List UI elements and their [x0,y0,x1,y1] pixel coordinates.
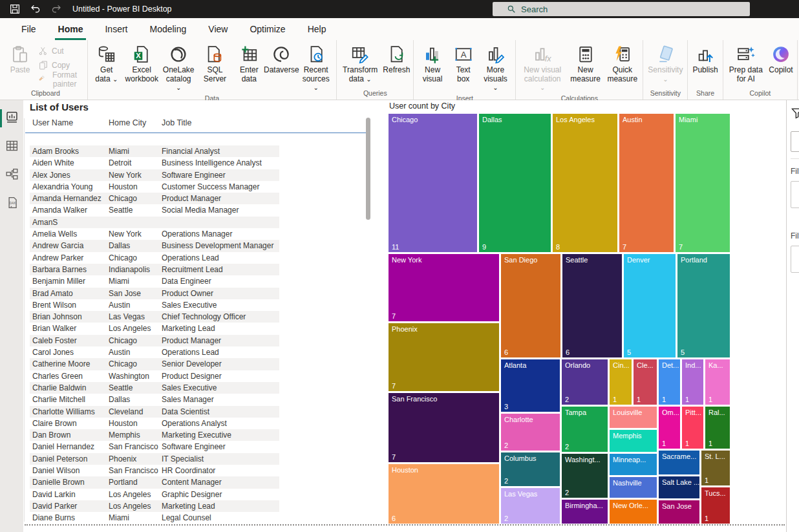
format-painter-button[interactable]: Format painter [34,72,85,87]
filter-search-input[interactable] [791,131,799,152]
transform-data-button[interactable]: Transform data ⌄ [339,43,381,85]
treemap-cell-charlotte[interactable]: Charlotte2 [501,414,560,451]
sensitivity-button[interactable]: Sensitivity ⌄ [645,43,685,85]
get-data-button[interactable]: Get data ⌄ [90,43,123,85]
enter-data-button[interactable]: Enter data [233,43,265,85]
treemap-cell-ka[interactable]: Ka...1 [705,359,730,405]
treemap-cell-miami[interactable]: Miami7 [676,114,730,252]
column-header-home-city[interactable]: Home City [109,118,162,127]
table-row[interactable]: Amelia WellsNew YorkOperations Manager [30,228,279,240]
text-box-button[interactable]: AText box [449,43,478,85]
sql-server-button[interactable]: SQL Server [197,43,233,85]
treemap-cell-pitt[interactable]: Pitt...1 [682,407,703,449]
table-row[interactable]: Amanda HernandezChicagoProduct Manager [30,193,279,204]
treemap-cell-birmingha[interactable]: Birmingha... [562,500,608,524]
treemap-cell-seattle[interactable]: Seattle6 [562,254,622,357]
table-row[interactable]: Daniel HernandezSan FranciscoSoftware En… [30,441,279,452]
table-row[interactable]: Aiden WhiteDetroitBusiness Intelligence … [30,157,279,169]
sidebar-item-model-view[interactable] [0,161,23,189]
treemap-cell-atlanta[interactable]: Atlanta3 [501,359,560,412]
treemap-cell-sacrame[interactable]: Sacrame... [659,451,699,474]
refresh-button[interactable]: Refresh [381,43,411,76]
filters-on-page-dropzone[interactable] [791,246,799,273]
search-box[interactable]: Search [493,2,750,16]
treemap-cell-cin[interactable]: Cin...1 [610,359,632,405]
copilot-button[interactable]: Copilot [767,43,795,76]
table-row[interactable]: David ParkerLos AngelesMarketing Lead [30,500,279,512]
treemap-cell-orlando[interactable]: Orlando2 [562,359,608,405]
treemap-cell-memphis[interactable]: Memphis [610,430,657,452]
column-header-job-title[interactable]: Job Title [162,118,277,127]
table-visual[interactable]: List of Users User NameHome CityJob Titl… [23,100,385,527]
table-row[interactable]: Brian JohnsonLas VegasChief Technology O… [30,311,279,323]
treemap-cell-denver[interactable]: Denver5 [624,254,676,357]
dataverse-button[interactable]: Dataverse [265,43,297,76]
sidebar-item-report-view[interactable] [0,104,23,133]
table-row[interactable]: Brent WilsonAustinSales Executive [30,299,279,311]
more-visuals-button[interactable]: More visuals ⌄ [478,43,514,94]
table-row[interactable]: Adam BrooksMiamiFinancial Analyst [30,145,279,157]
table-row[interactable]: Carol JonesAustinOperations Lead [30,346,279,358]
table-row[interactable]: Charlotte WilliamsClevelandData Scientis… [30,406,279,418]
table-row[interactable]: Charlie BaldwinSeattleSales Executive [30,382,279,394]
menu-insert[interactable]: Insert [94,18,138,40]
column-header-user-name[interactable]: User Name [32,118,109,127]
treemap-visual[interactable]: User count by City Chicago11Dallas9Los A… [389,100,730,527]
menu-home[interactable]: Home [47,18,94,40]
treemap-cell-austin[interactable]: Austin7 [619,114,674,252]
filter-funnel-icon[interactable] [791,107,799,120]
treemap-cell-phoenix[interactable]: Phoenix7 [389,323,499,391]
cut-button[interactable]: Cut [34,44,68,58]
table-row[interactable]: Charles GreenWashingtonProduct Designer [30,370,279,382]
table-row[interactable]: Danielle BrownPortlandContent Manager [30,476,279,488]
treemap-cell-san-diego[interactable]: San Diego6 [501,254,560,357]
table-row[interactable]: Daniel WilsonSan FranciscoHR Coordinator [30,465,279,476]
treemap-cell-new-orle[interactable]: New Orle... [610,500,657,524]
quick-measure-button[interactable]: Quick measure [604,43,641,85]
undo-icon[interactable] [30,3,41,15]
table-row[interactable]: AmanS [30,217,279,228]
table-row[interactable]: Brian WalkerLos AngelesMarketing Lead [30,323,279,334]
treemap-cell-louisville[interactable]: Louisville [610,407,657,428]
treemap-cell-dallas[interactable]: Dallas9 [479,114,551,252]
menu-modeling[interactable]: Modeling [138,18,197,40]
table-row[interactable]: Diane BurnsMiamiLegal Counsel [30,512,279,524]
table-row[interactable]: Claire BrownHoustonOperations Analyst [30,418,279,429]
treemap-cell-las-vegas[interactable]: Las Vegas2 [501,488,560,524]
treemap-cell-det[interactable]: Det...1 [659,359,680,405]
table-row[interactable]: Charlie MitchellDallasSales Manager [30,394,279,405]
filters-on-visual-dropzone[interactable] [791,181,799,208]
table-row[interactable]: Brad AmatoSan JoseProduct Owner [30,288,279,299]
table-row[interactable]: Alexandria YoungHoustonCustomer Success … [30,181,279,193]
treemap-cell-nashville[interactable]: Nashville [610,477,657,498]
treemap-cell-houston[interactable]: Houston6 [389,464,499,524]
table-row[interactable]: Benjamin MillerMiamiData Engineer [30,275,279,287]
treemap-cell-salt-lake[interactable]: Salt Lake ... [659,476,699,498]
table-row[interactable]: Alex JonesNew YorkSoftware Engineer [30,169,279,181]
treemap-cell-chicago[interactable]: Chicago11 [389,114,477,252]
treemap-cell-san-jose[interactable]: San Jose [659,500,699,524]
new-visual-calculation-button[interactable]: fxNew visual calculation ⌄ [518,43,567,94]
onelake-catalog-button[interactable]: OneLake catalog ⌄ [160,43,197,94]
treemap-cell-cle[interactable]: Cle...1 [634,359,657,405]
treemap-cell-ind[interactable]: Ind...1 [682,359,703,405]
table-row[interactable]: Andrew GarciaDallasBusiness Development … [30,240,279,251]
treemap-cell-minneap[interactable]: Minneap... [610,454,657,475]
new-measure-button[interactable]: New measure [567,43,604,85]
recent-sources-button[interactable]: Recent sources ⌄ [297,43,334,94]
publish-button[interactable]: Publish [690,43,720,76]
treemap-cell-ral[interactable]: Ral...1 [705,407,730,449]
sidebar-item-dax-query-view[interactable]: DAX [0,189,23,218]
sidebar-item-table-view[interactable] [0,133,23,161]
prep-data-for-ai-button[interactable]: Prep data for AI [725,43,767,85]
treemap-cell-new-york[interactable]: New York7 [389,254,499,321]
table-row[interactable]: Caleb FosterChicagoProduct Manager [30,335,279,346]
table-row[interactable]: Andrew ParkerChicagoOperations Lead [30,252,279,264]
menu-optimize[interactable]: Optimize [239,18,296,40]
menu-file[interactable]: File [10,18,47,40]
new-visual-button[interactable]: New visual [416,43,449,85]
save-icon[interactable] [9,3,21,15]
table-row[interactable]: David LarkinLos AngelesGraphic Designer [30,489,279,500]
menu-view[interactable]: View [197,18,239,40]
treemap-cell-om[interactable]: Om...1 [659,407,680,449]
